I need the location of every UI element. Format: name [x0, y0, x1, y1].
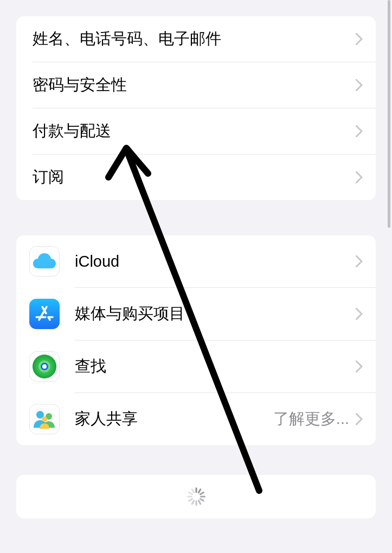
icloud-icon	[29, 246, 60, 276]
chevron-right-icon	[356, 413, 363, 425]
payment-shipping-row[interactable]: 付款与配送	[16, 108, 376, 154]
row-label: 付款与配送	[33, 120, 356, 142]
chevron-right-icon	[356, 255, 363, 267]
family-sharing-icon	[29, 404, 60, 434]
services-section: iCloud 媒体与购买项目 查找	[16, 235, 376, 445]
subscriptions-row[interactable]: 订阅	[16, 155, 376, 200]
appstore-icon	[29, 299, 60, 329]
password-security-row[interactable]: 密码与安全性	[16, 62, 376, 108]
row-label: 密码与安全性	[33, 74, 356, 96]
svg-point-6	[42, 416, 47, 422]
account-section: 姓名、电话号码、电子邮件 密码与安全性 付款与配送 订阅	[16, 16, 376, 200]
svg-point-3	[42, 364, 47, 369]
findmy-icon	[29, 351, 60, 382]
chevron-right-icon	[356, 33, 363, 45]
row-label: 订阅	[33, 166, 356, 188]
row-label: iCloud	[75, 253, 356, 271]
scrollbar[interactable]	[388, 0, 390, 228]
chevron-right-icon	[356, 308, 363, 320]
row-label: 媒体与购买项目	[75, 303, 356, 325]
name-phone-email-row[interactable]: 姓名、电话号码、电子邮件	[16, 16, 376, 62]
chevron-right-icon	[356, 361, 363, 372]
settings-container: 姓名、电话号码、电子邮件 密码与安全性 付款与配送 订阅	[0, 16, 392, 518]
chevron-right-icon	[356, 125, 363, 137]
row-label: 姓名、电话号码、电子邮件	[33, 28, 356, 50]
chevron-right-icon	[356, 79, 363, 91]
media-purchases-row[interactable]: 媒体与购买项目	[16, 288, 376, 340]
row-detail: 了解更多...	[273, 408, 349, 430]
find-my-row[interactable]: 查找	[16, 340, 376, 393]
row-label: 家人共享	[75, 408, 273, 430]
loading-spinner-icon	[187, 487, 205, 506]
family-sharing-row[interactable]: 家人共享 了解更多...	[16, 393, 376, 445]
loading-section	[16, 475, 376, 518]
row-label: 查找	[75, 356, 356, 377]
chevron-right-icon	[356, 171, 363, 183]
icloud-row[interactable]: iCloud	[16, 235, 376, 287]
